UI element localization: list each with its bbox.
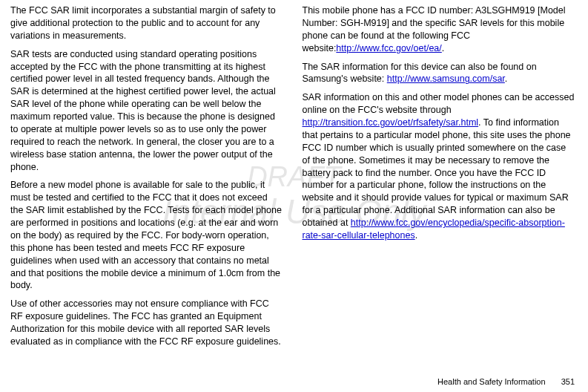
page-footer: Health and Safety Information 351 (437, 377, 575, 386)
paragraph-6: SAR information on this and other model … (303, 91, 575, 242)
fcc-rfsafety-link[interactable]: http://transition.fcc.gov/oet/rfsafety/s… (303, 117, 479, 128)
paragraph-2: SAR tests are conducted using standard o… (10, 48, 283, 174)
footer-section: Health and Safety Information (437, 377, 546, 386)
paragraph-6-text-a: SAR information on this and other model … (303, 92, 575, 115)
paragraph-6-text-b: . To find information that pertains to a… (303, 117, 571, 228)
fcc-oet-link[interactable]: http://www.fcc.gov/oet/ea/ (336, 43, 441, 53)
samsung-sar-link[interactable]: http://www.samsung.com/sar (387, 74, 505, 84)
paragraph-3: Before a new model phone is available fo… (10, 179, 283, 292)
footer-page-number: 351 (561, 377, 575, 386)
paragraph-1: The FCC SAR limit incorporates a substan… (10, 4, 283, 42)
paragraph-5: The SAR information for this device can … (303, 61, 575, 86)
page-body: The FCC SAR limit incorporates a substan… (0, 0, 588, 364)
